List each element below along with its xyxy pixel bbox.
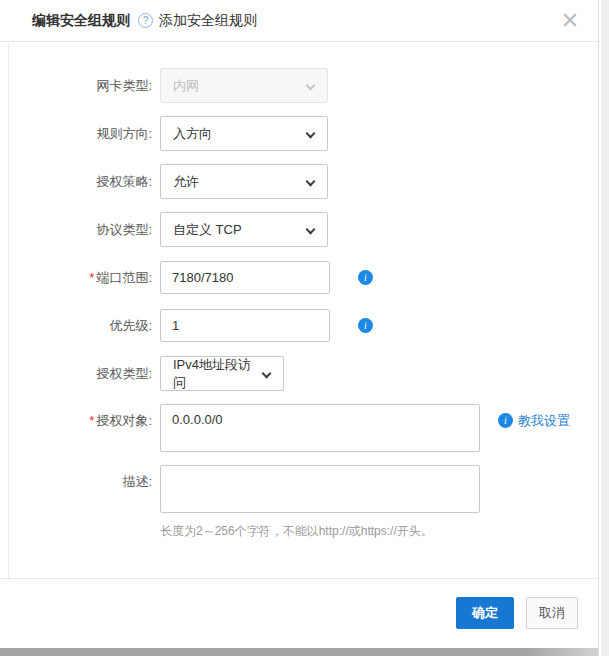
auth-type-select[interactable]: IPv4地址段访问 — [160, 356, 284, 391]
protocol-type-value: 自定义 TCP — [173, 221, 242, 239]
info-icon[interactable]: i — [358, 270, 373, 285]
help-icon[interactable]: ? — [138, 13, 153, 28]
form-row-auth-type: 授权类型: IPv4地址段访问 — [0, 356, 598, 391]
cancel-button[interactable]: 取消 — [526, 597, 578, 629]
background-page-strip — [598, 0, 609, 656]
form-row-auth-object: *授权对象: 0.0.0.0/0 i 教我设置 — [0, 404, 598, 452]
rule-direction-select[interactable]: 入方向 — [160, 116, 328, 151]
dialog-subtitle: 添加安全组规则 — [159, 12, 257, 30]
priority-label: 优先级: — [0, 308, 160, 343]
description-label: 描述: — [0, 465, 160, 498]
nic-type-select: 内网 — [160, 68, 328, 103]
auth-policy-select[interactable]: 允许 — [160, 164, 328, 199]
form-row-nic-type: 网卡类型: 内网 — [0, 68, 598, 103]
chevron-down-icon — [306, 225, 316, 235]
chevron-down-icon — [262, 369, 272, 379]
description-textarea[interactable] — [160, 465, 480, 513]
info-icon[interactable]: i — [358, 318, 373, 333]
port-range-input[interactable] — [160, 261, 330, 294]
screen: 编辑安全组规则 ? 添加安全组规则 ✕ 网卡类型: 内网 规则方向: — [0, 0, 609, 656]
chevron-down-icon — [306, 177, 316, 187]
info-icon[interactable]: i — [498, 413, 513, 428]
form-row-description: 描述: 长度为2～256个字符，不能以http://或https://开头。 — [0, 465, 598, 540]
dialog-bottom-shadow — [0, 648, 598, 656]
ok-button[interactable]: 确定 — [456, 597, 514, 629]
required-marker: * — [89, 413, 94, 428]
auth-type-value: IPv4地址段访问 — [173, 356, 257, 392]
form-row-port-range: *端口范围: i — [0, 260, 598, 295]
form-row-protocol-type: 协议类型: 自定义 TCP — [0, 212, 598, 247]
auth-object-textarea[interactable]: 0.0.0.0/0 — [160, 404, 480, 452]
teach-me-setup-link[interactable]: 教我设置 — [518, 412, 570, 430]
form-row-rule-direction: 规则方向: 入方向 — [0, 116, 598, 151]
form-row-priority: 优先级: i — [0, 308, 598, 343]
protocol-type-select[interactable]: 自定义 TCP — [160, 212, 328, 247]
priority-input[interactable] — [160, 309, 330, 342]
rule-direction-value: 入方向 — [173, 125, 212, 143]
auth-policy-label: 授权策略: — [0, 164, 160, 199]
dialog-title: 编辑安全组规则 — [32, 12, 130, 30]
chevron-down-icon — [306, 129, 316, 139]
nic-type-value: 内网 — [173, 77, 199, 95]
nic-type-label: 网卡类型: — [0, 68, 160, 103]
auth-object-label: *授权对象: — [0, 404, 160, 437]
required-marker: * — [89, 270, 94, 285]
dialog-header: 编辑安全组规则 ? 添加安全组规则 ✕ — [0, 0, 598, 42]
auth-type-label: 授权类型: — [0, 356, 160, 391]
auth-policy-value: 允许 — [173, 173, 199, 191]
form-row-auth-policy: 授权策略: 允许 — [0, 164, 598, 199]
edit-security-group-rule-dialog: 编辑安全组规则 ? 添加安全组规则 ✕ 网卡类型: 内网 规则方向: — [0, 0, 598, 647]
dialog-footer: 确定 取消 — [0, 578, 598, 647]
rule-direction-label: 规则方向: — [0, 116, 160, 151]
close-icon[interactable]: ✕ — [558, 9, 582, 33]
description-hint: 长度为2～256个字符，不能以http://或https://开头。 — [160, 523, 480, 540]
protocol-type-label: 协议类型: — [0, 212, 160, 247]
dialog-body: 网卡类型: 内网 规则方向: 入方向 — [0, 42, 598, 540]
port-range-label: *端口范围: — [0, 260, 160, 295]
chevron-down-icon — [306, 81, 316, 91]
body-left-divider — [8, 43, 9, 578]
